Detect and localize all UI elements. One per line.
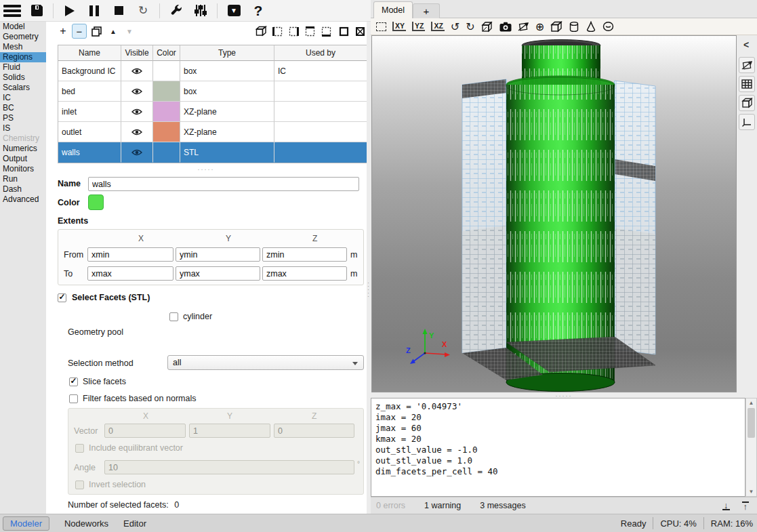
reset-view-button[interactable] (376, 20, 386, 33)
visibility-toggle[interactable] (121, 122, 153, 142)
region-type-point-button[interactable] (352, 24, 367, 39)
move-up-button[interactable]: ▲ (106, 24, 121, 39)
sidebar-item-geometry[interactable]: Geometry (0, 32, 46, 42)
to-x-input[interactable] (87, 266, 173, 281)
region-type-square-button[interactable] (336, 24, 351, 39)
scrollbar-thumb[interactable] (748, 408, 755, 438)
collapse-panel-button[interactable]: < (743, 39, 749, 50)
rotate-left-button[interactable]: ↺ (451, 20, 459, 33)
scroll-to-bottom-button[interactable]: ↓ (722, 502, 730, 510)
col-header-visible[interactable]: Visible (121, 45, 153, 61)
filter-facets-checkbox[interactable] (69, 394, 78, 403)
parameters-button[interactable] (166, 1, 186, 20)
reset-button[interactable]: ↻ (133, 1, 153, 20)
sidebar-item-fluid[interactable]: Fluid (0, 62, 46, 73)
sidebar-item-scalars[interactable]: Scalars (0, 83, 46, 93)
sidebar-item-dash[interactable]: Dash (0, 184, 46, 195)
to-z-input[interactable] (262, 266, 347, 281)
col-header-color[interactable]: Color (153, 45, 180, 61)
region-name-input[interactable] (88, 177, 359, 191)
visibility-toggle[interactable] (121, 142, 153, 163)
color-cell[interactable] (153, 61, 180, 81)
mode-nodeworks-button[interactable]: Nodeworks (64, 518, 108, 529)
from-z-input[interactable] (262, 247, 347, 262)
settings-button[interactable] (190, 1, 211, 20)
console-scrollbar[interactable]: ▲ ▼ (745, 398, 757, 497)
region-type-plane-right-button[interactable] (286, 24, 301, 39)
add-region-button[interactable]: + (56, 24, 70, 39)
select-facets-checkbox[interactable] (58, 293, 66, 302)
sidebar-item-ic[interactable]: IC (0, 93, 46, 103)
color-cell[interactable] (153, 122, 180, 142)
toggle-axes-visibility-button[interactable] (739, 114, 755, 130)
pause-button[interactable] (84, 1, 104, 20)
table-row-inlet[interactable]: inlet XZ-plane (58, 102, 367, 122)
table-row-walls[interactable]: walls STL (58, 142, 367, 163)
scroll-to-top-button[interactable]: ↑ (742, 502, 750, 510)
stop-button[interactable] (108, 1, 129, 20)
add-cylinder-button[interactable] (569, 20, 579, 33)
sidebar-item-mesh[interactable]: Mesh (0, 42, 46, 52)
add-sphere-button[interactable]: ⊕ (535, 20, 544, 33)
region-type-plane-left-button[interactable] (270, 24, 285, 39)
sidebar-item-monitors[interactable]: Monitors (0, 164, 46, 174)
sidebar-item-solids[interactable]: Solids (0, 73, 46, 83)
table-row-bed[interactable]: bed box (58, 81, 367, 102)
region-type-plane-top-button[interactable] (302, 24, 317, 39)
table-row-outlet[interactable]: outlet XZ-plane (58, 122, 367, 142)
run-button[interactable] (60, 1, 80, 20)
scroll-down-arrow[interactable]: ▼ (746, 489, 756, 495)
visibility-toggle[interactable] (121, 61, 153, 81)
sidebar-item-advanced[interactable]: Advanced (0, 195, 46, 205)
add-box-button[interactable] (550, 20, 562, 33)
errors-count[interactable]: 0 errors (376, 501, 405, 510)
messages-count[interactable]: 3 messages (480, 501, 525, 510)
view-yz-button[interactable]: YZ (412, 20, 425, 33)
table-row-background-ic[interactable]: Background IC box IC (58, 61, 367, 81)
toggle-geometry-button[interactable] (518, 20, 529, 33)
screenshot-button[interactable] (499, 20, 512, 33)
warnings-count[interactable]: 1 warning (424, 501, 461, 510)
perspective-button[interactable] (481, 20, 493, 33)
console-splitter[interactable]: ····· (371, 392, 757, 398)
sidebar-item-ps[interactable]: PS (0, 113, 46, 123)
build-button[interactable]: ▼ (224, 1, 244, 20)
toggle-geometry-visibility-button[interactable] (739, 57, 755, 73)
duplicate-region-button[interactable] (89, 24, 104, 39)
menu-button[interactable] (2, 1, 22, 20)
tab-model[interactable]: Model (373, 1, 413, 18)
mode-modeler-button[interactable]: Modeler (3, 516, 49, 531)
color-cell[interactable] (153, 102, 180, 122)
sidebar-item-is[interactable]: IS (0, 123, 46, 134)
console-output[interactable]: z_max = '0.04973' imax = 20 jmax = 60 km… (371, 398, 745, 497)
cylinder-checkbox[interactable] (169, 312, 178, 321)
save-button[interactable] (26, 1, 47, 20)
region-color-button[interactable] (88, 195, 104, 210)
table-form-splitter[interactable]: ····· (182, 166, 230, 173)
visibility-toggle[interactable] (121, 81, 153, 102)
col-header-type[interactable]: Type (180, 45, 274, 61)
viewport-canvas[interactable]: Y X Z (372, 36, 736, 392)
sidebar-item-regions[interactable]: Regions (0, 52, 46, 62)
color-cell[interactable] (153, 81, 180, 102)
new-tab-button[interactable]: + (413, 3, 440, 18)
sidebar-item-bc[interactable]: BC (0, 103, 46, 113)
region-type-plane-bottom-button[interactable] (319, 24, 333, 39)
toggle-regions-visibility-button[interactable] (739, 95, 755, 111)
viewport-3d[interactable]: Y X Z (371, 35, 737, 392)
selection-method-combobox[interactable]: all (167, 355, 364, 370)
slice-facets-checkbox[interactable] (69, 377, 78, 386)
sidebar-item-model[interactable]: Model (0, 22, 46, 32)
add-torus-button[interactable] (602, 20, 614, 33)
remove-region-button[interactable]: − (72, 24, 87, 39)
visibility-toggle[interactable] (121, 102, 153, 122)
sidebar-item-run[interactable]: Run (0, 174, 46, 184)
add-cone-button[interactable] (586, 20, 596, 33)
to-y-input[interactable] (176, 266, 260, 281)
region-type-box-button[interactable] (253, 24, 268, 39)
from-x-input[interactable] (87, 247, 173, 262)
help-button[interactable]: ? (248, 1, 268, 20)
sidebar-item-numerics[interactable]: Numerics (0, 144, 46, 154)
col-header-used-by[interactable]: Used by (274, 45, 367, 61)
col-header-name[interactable]: Name (58, 45, 121, 61)
